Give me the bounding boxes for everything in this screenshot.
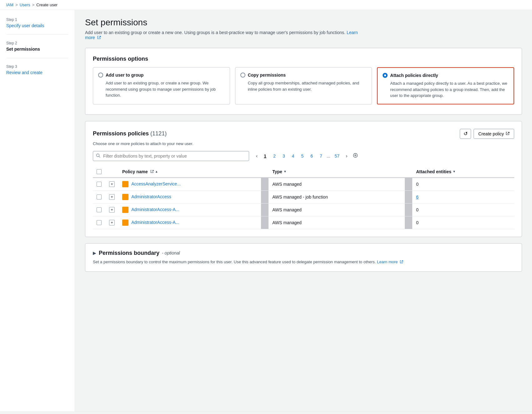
page-btn-1[interactable]: 1 <box>261 152 269 160</box>
external-link-icon-th <box>150 169 154 174</box>
option-title-copy: Copy permissions <box>248 73 286 78</box>
policies-actions: ↺ Create policy <box>460 129 514 139</box>
policies-table: Policy name ▲ <box>93 166 514 229</box>
footer-bar: Cancel Previous Next <box>0 411 532 414</box>
th-attached: Attached entities ▼ <box>412 166 514 178</box>
boundary-expand-toggle[interactable]: ▶ <box>93 250 96 255</box>
expand-btn-4[interactable]: + <box>109 220 115 225</box>
radio-copy[interactable] <box>240 73 245 78</box>
policy-attached-cell-1: 0 <box>412 178 514 191</box>
th-type: Type ▼ <box>269 166 405 178</box>
select-all-checkbox[interactable] <box>97 169 102 174</box>
sidebar-item-specify-user[interactable]: Specify user details <box>6 23 44 28</box>
page-btn-2[interactable]: 2 <box>271 152 278 160</box>
radio-add-group[interactable] <box>98 73 103 78</box>
sidebar-item-review-create[interactable]: Review and create <box>6 70 43 75</box>
breadcrumb-sep1: > <box>15 3 18 7</box>
page-btn-6[interactable]: 6 <box>308 152 315 160</box>
policy-name-cell-3: AdministratorAccess-A... <box>118 203 261 216</box>
breadcrumb: IAM > Users > Create user <box>0 0 532 10</box>
breadcrumb-iam[interactable]: IAM <box>6 3 13 7</box>
option-header-copy: Copy permissions <box>240 73 367 78</box>
option-attach-policies[interactable]: Attach policies directly Attach a manage… <box>377 67 514 104</box>
row-checkbox-2[interactable] <box>97 194 102 199</box>
option-copy-permissions[interactable]: Copy permissions Copy all group membersh… <box>235 67 372 104</box>
page-btn-5[interactable]: 5 <box>299 152 306 160</box>
attached-link-2[interactable]: 6 <box>416 194 419 199</box>
row-checkbox-3[interactable] <box>97 207 102 212</box>
attached-sort: Attached entities ▼ <box>416 169 510 174</box>
row-checkbox-1[interactable] <box>97 182 102 187</box>
step2-label: Step 2 <box>6 41 68 45</box>
option-title-add-group: Add user to group <box>106 73 143 78</box>
policy-type-cell-1: AWS managed <box>269 178 405 191</box>
expand-btn-2[interactable]: + <box>109 194 115 200</box>
permissions-options-title: Permissions options <box>93 56 514 62</box>
policy-name-cell-2: AdministratorAccess <box>118 190 261 203</box>
svg-line-0 <box>99 36 101 38</box>
policy-type-cell-3: AWS managed <box>269 203 405 216</box>
policies-header: Permissions policies (1121) ↺ Create pol… <box>93 129 514 139</box>
sort-attached-icon: ▼ <box>453 170 456 173</box>
policy-attached-cell-2: 6 <box>412 190 514 203</box>
boundary-optional: - optional <box>162 250 180 255</box>
content-area: Set permissions Add user to an existing … <box>75 10 532 411</box>
step1-label: Step 1 <box>6 18 68 22</box>
boundary-description: Set a permissions boundary to control th… <box>93 259 514 265</box>
row-checkbox-4[interactable] <box>97 220 102 225</box>
learn-more-link-boundary[interactable]: Learn more <box>377 260 398 264</box>
refresh-button[interactable]: ↺ <box>460 129 471 139</box>
policy-link-3[interactable]: AdministratorAccess-A... <box>131 207 179 212</box>
policy-icon-4 <box>122 220 128 226</box>
search-input-wrap <box>93 151 249 161</box>
search-input[interactable] <box>93 151 249 161</box>
next-page-button[interactable]: › <box>344 152 349 160</box>
option-desc-copy: Copy all group memberships, attached man… <box>240 80 367 92</box>
policy-icon-2 <box>122 194 128 200</box>
svg-line-1 <box>508 132 509 134</box>
expand-btn-1[interactable]: + <box>109 181 115 187</box>
th-policy-name: Policy name ▲ <box>118 166 261 178</box>
page-btn-4[interactable]: 4 <box>289 152 297 160</box>
policy-link-4[interactable]: AdministratorAccess-A... <box>131 220 179 225</box>
refresh-icon: ↺ <box>464 131 468 137</box>
policy-type-cell-4: AWS managed <box>269 216 405 229</box>
search-icon <box>96 153 100 159</box>
page-btn-7[interactable]: 7 <box>317 152 325 160</box>
step3-label: Step 3 <box>6 64 68 69</box>
sidebar-step3: Step 3 Review and create <box>6 64 68 81</box>
th-expand <box>105 166 118 178</box>
policy-name-cell-4: AdministratorAccess-A... <box>118 216 261 229</box>
radio-attach[interactable] <box>383 73 388 78</box>
option-header-add-group: Add user to group <box>98 73 225 78</box>
sidebar-item-set-permissions: Set permissions <box>6 47 40 52</box>
breadcrumb-users[interactable]: Users <box>20 3 30 7</box>
prev-page-button[interactable]: ‹ <box>254 152 259 160</box>
table-row: + AdministratorAccess AWS managed - job … <box>93 190 514 203</box>
page-settings-button[interactable] <box>351 152 360 160</box>
expand-btn-3[interactable]: + <box>109 207 115 213</box>
policy-icon-3 <box>122 207 128 213</box>
table-row: + AdministratorAccess-A... AWS managed 0 <box>93 216 514 229</box>
page-description: Add user to an existing group or create … <box>85 30 366 40</box>
policies-table-container: Policy name ▲ <box>93 166 514 229</box>
page-btn-3[interactable]: 3 <box>280 152 288 160</box>
permissions-policies-card: Permissions policies (1121) ↺ Create pol… <box>85 121 522 237</box>
policy-name-sort: Policy name ▲ <box>122 169 257 174</box>
policies-subtitle: Choose one or more policies to attach to… <box>93 141 514 146</box>
page-ellipsis: ... <box>327 154 330 159</box>
policy-link-2[interactable]: AdministratorAccess <box>131 194 171 199</box>
policy-type-cell-2: AWS managed - job function <box>269 190 405 203</box>
svg-line-7 <box>401 260 403 262</box>
table-row: + AdministratorAccess-A... AWS managed 0 <box>93 203 514 216</box>
sort-down-icon: ▼ <box>284 170 287 173</box>
page-title: Set permissions <box>85 18 522 28</box>
breadcrumb-create-user: Create user <box>36 3 58 7</box>
page-btn-57[interactable]: 57 <box>332 152 342 160</box>
svg-point-5 <box>355 155 356 156</box>
create-policy-button[interactable]: Create policy <box>474 129 514 139</box>
option-title-attach: Attach policies directly <box>390 73 438 78</box>
option-add-user-group[interactable]: Add user to group Add user to an existin… <box>93 67 230 104</box>
svg-line-3 <box>99 156 100 158</box>
policy-link-1[interactable]: AccessAnalyzerService... <box>131 181 181 186</box>
